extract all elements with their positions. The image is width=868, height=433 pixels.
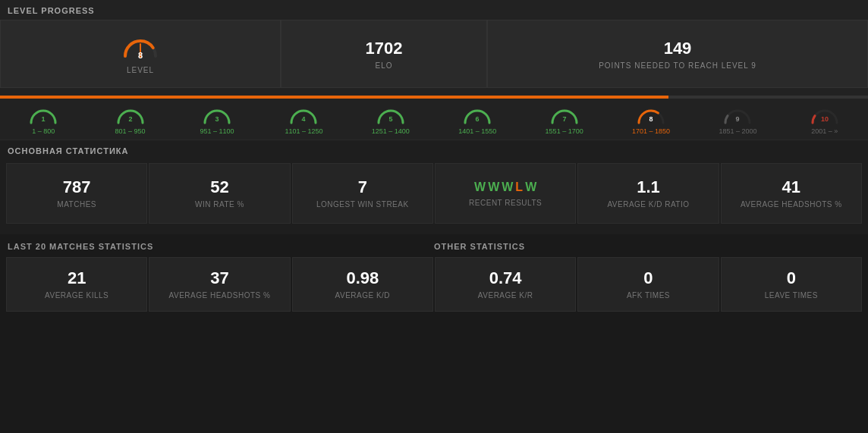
bottom-stat-card-0: 21 AVERAGE KILLS	[6, 257, 147, 312]
main-stat-card-2: 7 LONGEST WIN STREAK	[292, 163, 433, 224]
bottom-stat-value-4: 0	[643, 270, 653, 287]
bottom-stat-value-0: 21	[68, 270, 86, 287]
result-4: W	[525, 180, 536, 194]
svg-text:9: 9	[736, 115, 740, 123]
stat-value-0: 787	[63, 179, 91, 196]
svg-text:6: 6	[476, 115, 480, 123]
result-2: W	[502, 180, 513, 194]
bottom-stat-card-3: 0.74 AVERAGE K/R	[435, 257, 576, 312]
level-marker-9: 9 1851 – 2000	[694, 103, 781, 136]
other-stats-title: OTHER STATISTICS	[434, 242, 860, 251]
marker-gauge-7: 7	[549, 105, 580, 126]
points-card: 149 POINTS NEEDED TO REACH LEVEL 9	[487, 20, 868, 88]
marker-svg-9: 9	[722, 105, 753, 126]
stat-value-2: 7	[358, 179, 367, 196]
svg-text:7: 7	[562, 115, 566, 123]
bottom-stat-card-5: 0 LEAVE TIMES	[721, 257, 862, 312]
level-marker-3: 3 951 – 1100	[174, 103, 260, 136]
level-marker-6: 6 1401 – 1550	[434, 103, 520, 136]
marker-range-8: 1701 – 1850	[632, 127, 670, 135]
level-label: LEVEL	[127, 66, 154, 74]
marker-svg-7: 7	[549, 105, 580, 126]
bottom-stat-label-4: AFK TIMES	[627, 291, 670, 300]
marker-svg-1: 1	[28, 105, 58, 126]
bottom-stat-label-0: AVERAGE KILLS	[45, 291, 108, 300]
stat-value-4: 1.1	[637, 179, 660, 196]
points-label: POINTS NEEDED TO REACH LEVEL 9	[599, 61, 756, 70]
level-number: 8	[138, 51, 143, 60]
svg-text:1: 1	[42, 115, 46, 123]
result-1: W	[488, 180, 499, 194]
level-progress-section: LEVEL PROGRESS 8 LEVEL 1702 ELO 149 POIN	[0, 0, 868, 140]
elo-value: 1702	[366, 39, 403, 58]
marker-svg-2: 2	[115, 105, 146, 126]
progress-bar-container	[0, 96, 868, 99]
stat-label-4: AVERAGE K/D RATIO	[607, 200, 689, 209]
level-progress-title: LEVEL PROGRESS	[0, 0, 868, 20]
main-stats-grid: 787 MATCHES 52 WIN RATE % 7 LONGEST WIN …	[0, 160, 868, 227]
marker-svg-10: 10	[810, 105, 840, 126]
svg-text:10: 10	[821, 115, 829, 123]
marker-gauge-9: 9	[722, 105, 753, 126]
stat-label-3: RECENT RESULTS	[469, 199, 542, 207]
bottom-stat-value-2: 0.98	[346, 270, 379, 287]
level-marker-2: 2 801 – 950	[86, 103, 173, 136]
bottom-stat-label-3: AVERAGE K/R	[478, 291, 533, 300]
bottom-stat-value-1: 37	[210, 270, 228, 287]
bottom-sections-header: LAST 20 MATCHES STATISTICS OTHER STATIST…	[0, 234, 868, 254]
bottom-stat-label-5: LEAVE TIMES	[765, 291, 818, 300]
result-3: L	[515, 180, 523, 194]
last20-title: LAST 20 MATCHES STATISTICS	[8, 242, 434, 251]
bottom-stat-card-4: 0 AFK TIMES	[577, 257, 719, 312]
main-stat-card-4: 1.1 AVERAGE K/D RATIO	[577, 163, 719, 224]
bottom-stats-grid: 21 AVERAGE KILLS 37 AVERAGE HEADSHOTS % …	[0, 254, 868, 318]
main-stats-title: ОСНОВНАЯ СТАТИСТИКА	[0, 140, 868, 160]
marker-gauge-6: 6	[462, 105, 492, 126]
marker-range-5: 1251 – 1400	[372, 127, 410, 135]
bottom-stat-card-2: 0.98 AVERAGE K/D	[292, 257, 433, 312]
marker-range-7: 1551 – 1700	[546, 127, 583, 135]
level-progress-cards: 8 LEVEL 1702 ELO 149 POINTS NEEDED TO RE…	[0, 20, 868, 96]
marker-range-1: 1 – 800	[32, 127, 55, 135]
marker-gauge-4: 4	[288, 105, 319, 126]
stat-label-5: AVERAGE HEADSHOTS %	[741, 200, 842, 209]
main-stats-section: ОСНОВНАЯ СТАТИСТИКА 787 MATCHES 52 WIN R…	[0, 140, 868, 234]
points-value: 149	[664, 39, 692, 58]
marker-range-9: 1851 – 2000	[719, 127, 756, 135]
stat-label-1: WIN RATE %	[195, 200, 244, 209]
progress-bar-fill	[0, 96, 668, 99]
marker-svg-3: 3	[202, 105, 232, 126]
svg-text:2: 2	[128, 115, 132, 123]
bottom-stat-label-1: AVERAGE HEADSHOTS %	[169, 291, 271, 300]
level-marker-1: 1 1 – 800	[0, 103, 86, 136]
marker-gauge-5: 5	[376, 105, 406, 126]
level-markers: 1 1 – 800 2 801 – 950 3 951	[0, 99, 868, 140]
marker-gauge-3: 3	[202, 105, 232, 126]
marker-gauge-1: 1	[28, 105, 58, 126]
stat-value-5: 41	[782, 179, 800, 196]
marker-gauge-2: 2	[115, 105, 146, 126]
elo-label: ELO	[375, 61, 392, 70]
marker-range-2: 801 – 950	[115, 127, 146, 135]
bottom-stat-value-5: 0	[787, 270, 796, 287]
level-marker-4: 4 1101 – 1250	[260, 103, 347, 136]
marker-range-4: 1101 – 1250	[285, 127, 322, 135]
marker-svg-5: 5	[376, 105, 406, 126]
marker-gauge-10: 10	[810, 105, 840, 126]
marker-svg-8: 8	[636, 105, 666, 126]
stat-label-0: MATCHES	[57, 200, 96, 209]
level-marker-8: 8 1701 – 1850	[608, 103, 694, 136]
svg-text:5: 5	[388, 115, 392, 123]
main-stat-card-3: WWWLWRECENT RESULTS	[435, 163, 576, 224]
marker-svg-4: 4	[288, 105, 319, 126]
marker-gauge-8: 8	[636, 105, 666, 126]
result-0: W	[474, 180, 486, 194]
bottom-stat-value-3: 0.74	[489, 270, 522, 287]
elo-card: 1702 ELO	[281, 20, 487, 88]
bottom-stat-card-1: 37 AVERAGE HEADSHOTS %	[149, 257, 290, 312]
bottom-stat-label-2: AVERAGE K/D	[335, 291, 391, 300]
marker-range-10: 2001 – »	[811, 127, 838, 135]
main-stat-card-1: 52 WIN RATE %	[149, 163, 290, 224]
level-card: 8 LEVEL	[0, 20, 281, 88]
marker-svg-6: 6	[462, 105, 492, 126]
